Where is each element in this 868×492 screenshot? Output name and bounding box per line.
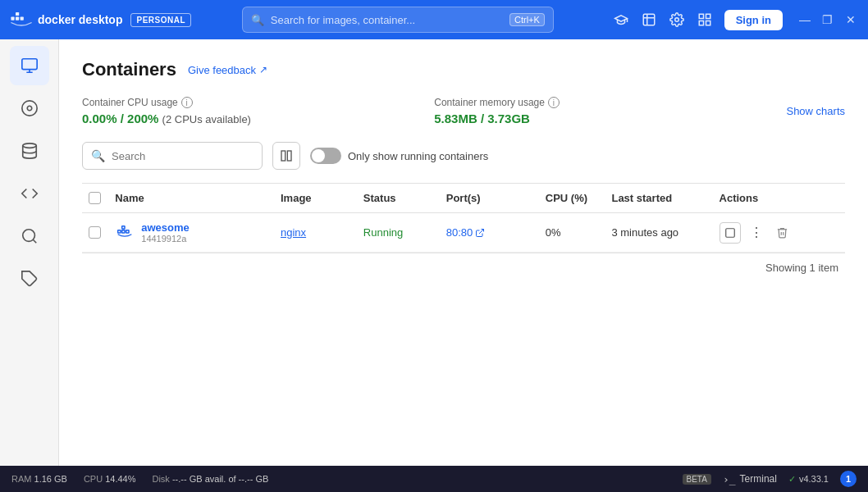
container-search-input[interactable] (112, 150, 254, 162)
container-delete-btn[interactable] (772, 222, 793, 244)
svg-rect-2 (21, 17, 24, 20)
svg-point-10 (21, 101, 36, 116)
feedback-label: Give feedback (188, 64, 256, 76)
cpu-stat-block: Container CPU usage i 0.00% / 200% (2 CP… (82, 97, 434, 125)
page-header: Containers Give feedback ↗ (82, 59, 845, 80)
svg-rect-6 (706, 14, 710, 18)
titlebar-icons (613, 11, 713, 28)
svg-rect-3 (16, 12, 19, 16)
grid-icon[interactable] (697, 11, 713, 28)
svg-rect-16 (287, 151, 291, 161)
sidebar (0, 39, 59, 466)
svg-rect-7 (706, 21, 710, 25)
container-name[interactable]: awesome (141, 221, 190, 234)
containers-table-container: Name Image Status Port(s) CPU (%) Last s… (82, 183, 845, 466)
memory-stat-value: 5.83MB / 3.73GB (434, 112, 786, 125)
sidebar-item-scout[interactable] (10, 216, 49, 256)
sidebar-item-containers[interactable] (10, 46, 49, 85)
showing-count: Showing 1 item (82, 253, 845, 282)
extensions-icon[interactable] (641, 11, 657, 28)
disk-stat: Disk --.-- GB avail. of --.-- GB (152, 474, 268, 484)
cpu-info-icon[interactable]: i (181, 97, 193, 108)
sidebar-item-volumes[interactable] (10, 131, 49, 171)
col-last-started: Last started (605, 184, 712, 213)
minimize-button[interactable]: — (797, 12, 812, 27)
footer-right: BETA ›_ Terminal ✓ v4.33.1 1 (683, 471, 857, 487)
running-toggle-wrap: Only show running containers (310, 148, 488, 164)
notification-badge[interactable]: 1 (840, 471, 857, 487)
container-docker-icon (115, 223, 135, 243)
footer: RAM 1.16 GB CPU 14.44% Disk --.-- GB ava… (0, 466, 868, 492)
titlebar: docker desktop PERSONAL 🔍 Search for ima… (0, 0, 868, 39)
only-running-label: Only show running containers (348, 150, 488, 162)
settings-icon[interactable] (669, 11, 685, 28)
svg-rect-17 (118, 230, 121, 232)
show-charts-button[interactable]: Show charts (786, 105, 845, 117)
ram-stat: RAM 1.16 GB (11, 474, 67, 484)
memory-stat-block: Container memory usage i 5.83MB / 3.73GB (434, 97, 786, 125)
svg-rect-5 (699, 14, 703, 18)
sidebar-item-images[interactable] (10, 89, 49, 128)
container-search-wrap: 🔍 (82, 142, 263, 170)
container-more-btn[interactable]: ⋮ (746, 222, 767, 244)
columns-button[interactable] (272, 142, 300, 170)
global-search-bar[interactable]: 🔍 Search for images, container... Ctrl+K (242, 7, 554, 33)
svg-rect-0 (11, 17, 14, 20)
svg-line-21 (479, 229, 484, 234)
beta-badge: BETA (683, 474, 711, 485)
memory-stat-label: Container memory usage i (434, 97, 786, 108)
container-cpu: 0% (539, 213, 605, 253)
close-button[interactable]: ✕ (843, 12, 858, 27)
plan-badge: PERSONAL (130, 13, 191, 27)
col-ports: Port(s) (440, 184, 539, 213)
svg-point-4 (674, 18, 678, 22)
maximize-button[interactable]: ❐ (820, 12, 835, 27)
window-controls: — ❐ ✕ (797, 12, 858, 27)
svg-rect-19 (126, 230, 129, 232)
svg-rect-22 (725, 228, 734, 237)
signin-button[interactable]: Sign in (724, 10, 783, 30)
col-cpu: CPU (%) (539, 184, 605, 213)
container-image[interactable]: nginx (281, 226, 306, 239)
search-icon: 🔍 (251, 14, 264, 26)
terminal-label: Terminal (740, 473, 777, 485)
stats-row: Container CPU usage i 0.00% / 200% (2 CP… (82, 97, 845, 125)
learn-icon[interactable] (613, 11, 629, 28)
container-open-btn[interactable] (720, 222, 741, 244)
memory-info-icon[interactable]: i (548, 97, 560, 108)
svg-point-11 (27, 106, 32, 111)
col-status: Status (357, 184, 440, 213)
feedback-link[interactable]: Give feedback ↗ (188, 64, 267, 76)
main-layout: Containers Give feedback ↗ Container CPU… (0, 39, 868, 466)
col-checkbox (82, 184, 108, 213)
app-name-text: docker desktop (38, 13, 122, 26)
svg-point-12 (22, 144, 36, 148)
table-row: awesome 14419912a nginx Running 80:80 0%… (82, 213, 845, 253)
col-image: Image (274, 184, 357, 213)
terminal-button[interactable]: ›_ Terminal (723, 473, 777, 485)
search-shortcut-badge: Ctrl+K (509, 13, 545, 26)
sidebar-item-dev-envs[interactable] (10, 174, 49, 213)
sidebar-item-extensions[interactable] (10, 259, 49, 298)
svg-rect-1 (16, 17, 19, 20)
row-checkbox[interactable] (89, 226, 101, 239)
cpu-stat-value: 0.00% / 200% (2 CPUs available) (82, 112, 434, 125)
svg-point-13 (22, 230, 34, 242)
container-last-started: 3 minutes ago (605, 213, 712, 253)
select-all-checkbox[interactable] (89, 192, 101, 204)
svg-rect-18 (122, 230, 125, 232)
external-link-icon: ↗ (259, 64, 267, 75)
container-port[interactable]: 80:80 (446, 226, 532, 239)
toolbar: 🔍 Only show running containers (82, 142, 845, 170)
svg-rect-9 (21, 59, 36, 70)
app-logo: docker desktop (10, 8, 122, 31)
terminal-prompt-icon: ›_ (723, 473, 736, 485)
container-status: Running (357, 213, 440, 253)
page-title: Containers (82, 59, 176, 80)
only-running-toggle[interactable] (310, 148, 341, 164)
cpu-footer-stat: CPU 14.44% (84, 474, 136, 484)
col-actions: Actions (713, 184, 845, 213)
content-area: Containers Give feedback ↗ Container CPU… (59, 39, 868, 466)
container-id: 14419912a (141, 234, 190, 244)
svg-rect-8 (699, 21, 703, 25)
